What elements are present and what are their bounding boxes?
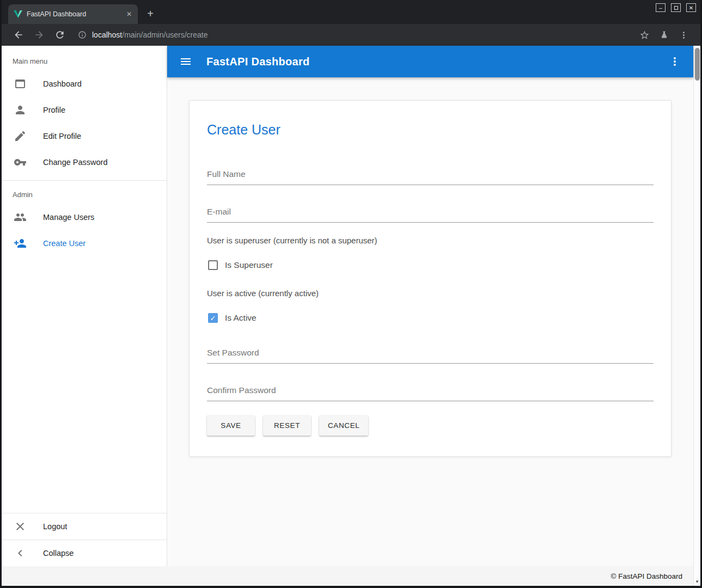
tab-title: FastAPI Dashboard bbox=[27, 10, 120, 18]
logout-x-icon bbox=[14, 520, 27, 533]
sidebar-item-label: Manage Users bbox=[43, 213, 94, 222]
email-placeholder: E-mail bbox=[207, 207, 231, 216]
full-name-placeholder: Full Name bbox=[207, 169, 246, 179]
appbar-title: FastAPI Dashboard bbox=[206, 56, 310, 68]
active-checkbox-label: Is Active bbox=[225, 313, 257, 323]
person-icon bbox=[14, 103, 27, 117]
overflow-menu-icon[interactable] bbox=[668, 55, 681, 68]
page-title: Create User bbox=[207, 120, 654, 139]
sidebar-bottom: Logout Collapse bbox=[2, 513, 167, 566]
create-user-card: Create User Full Name E-mail User is sup… bbox=[189, 100, 672, 457]
active-hint: User is active (currently active) bbox=[207, 289, 654, 298]
sidebar-item-label: Change Password bbox=[43, 158, 108, 167]
sidebar-item-label: Profile bbox=[43, 106, 65, 114]
main-area: FastAPI Dashboard Create User Full Name … bbox=[167, 46, 693, 586]
address-bar[interactable]: localhost/main/admin/users/create bbox=[92, 30, 207, 39]
footer: © FastAPI Dashboard bbox=[2, 566, 693, 586]
sidebar-item-edit-profile[interactable]: Edit Profile bbox=[2, 123, 167, 149]
active-checkbox[interactable]: ✓ bbox=[208, 313, 218, 323]
superuser-checkbox-row[interactable]: Is Superuser bbox=[207, 260, 654, 270]
person-add-icon bbox=[14, 237, 27, 250]
people-icon bbox=[14, 211, 27, 224]
browser-menu-icon[interactable] bbox=[679, 30, 689, 40]
active-checkbox-row[interactable]: ✓ Is Active bbox=[207, 313, 654, 323]
bookmark-star-icon[interactable] bbox=[639, 30, 650, 40]
form-actions: SAVE RESET CANCEL bbox=[207, 415, 654, 436]
superuser-checkbox-label: Is Superuser bbox=[225, 260, 273, 270]
content-area: Create User Full Name E-mail User is sup… bbox=[167, 77, 693, 586]
window-controls: – ✕ bbox=[656, 3, 696, 12]
maximize-icon bbox=[674, 6, 678, 10]
sidebar-item-profile[interactable]: Profile bbox=[2, 97, 167, 123]
save-button[interactable]: SAVE bbox=[207, 415, 255, 436]
superuser-hint: User is superuser (currently is not a su… bbox=[207, 236, 654, 245]
maximize-button[interactable] bbox=[671, 3, 681, 12]
sidebar-item-collapse[interactable]: Collapse bbox=[2, 540, 167, 566]
full-name-input[interactable]: Full Name bbox=[207, 169, 654, 185]
sidebar-item-label: Dashboard bbox=[43, 79, 82, 88]
sidebar-item-dashboard[interactable]: Dashboard bbox=[2, 71, 167, 97]
sidebar-item-label: Logout bbox=[43, 522, 67, 531]
chevron-left-icon bbox=[14, 547, 27, 560]
superuser-checkbox[interactable] bbox=[208, 260, 218, 270]
browser-tab-bar: FastAPI Dashboard ✕ + – ✕ bbox=[2, 0, 700, 24]
sidebar-item-label: Collapse bbox=[43, 549, 74, 558]
sidebar-item-logout[interactable]: Logout bbox=[2, 513, 167, 540]
sidebar-item-label: Edit Profile bbox=[43, 132, 81, 140]
confirm-password-input[interactable]: Confirm Password bbox=[207, 385, 654, 401]
sidebar-item-manage-users[interactable]: Manage Users bbox=[2, 204, 167, 230]
cancel-button[interactable]: CANCEL bbox=[319, 415, 368, 436]
key-icon bbox=[14, 156, 27, 169]
sidebar-item-create-user[interactable]: Create User bbox=[2, 230, 167, 256]
new-tab-button[interactable]: + bbox=[142, 6, 158, 22]
sidebar-section-admin: Admin bbox=[2, 181, 167, 204]
hamburger-menu-icon[interactable] bbox=[179, 55, 192, 68]
browser-toolbar: localhost/main/admin/users/create bbox=[2, 24, 700, 46]
confirm-password-placeholder: Confirm Password bbox=[207, 385, 276, 395]
tab-close-icon[interactable]: ✕ bbox=[125, 10, 133, 19]
reset-button[interactable]: RESET bbox=[263, 415, 311, 436]
experiments-flask-icon[interactable] bbox=[660, 30, 669, 40]
pencil-icon bbox=[14, 130, 27, 143]
page: Main menu Dashboard Profile Edit Profile bbox=[2, 46, 700, 586]
back-icon[interactable] bbox=[13, 29, 24, 40]
set-password-input[interactable]: Set Password bbox=[207, 348, 654, 364]
site-info-icon[interactable] bbox=[78, 30, 87, 39]
vertical-scrollbar[interactable]: ▾ bbox=[693, 46, 700, 586]
scrollbar-down-arrow-icon[interactable]: ▾ bbox=[694, 579, 700, 584]
dashboard-icon bbox=[14, 77, 27, 90]
scrollbar-thumb[interactable] bbox=[695, 48, 700, 81]
sidebar: Main menu Dashboard Profile Edit Profile bbox=[2, 46, 167, 586]
footer-copyright: © FastAPI Dashboard bbox=[611, 572, 682, 580]
browser-tab[interactable]: FastAPI Dashboard ✕ bbox=[8, 4, 138, 24]
email-input[interactable]: E-mail bbox=[207, 207, 654, 223]
forward-icon[interactable] bbox=[34, 29, 45, 40]
reload-icon[interactable] bbox=[54, 29, 65, 40]
url-path: /main/admin/users/create bbox=[122, 30, 207, 39]
close-button[interactable]: ✕ bbox=[686, 3, 696, 12]
set-password-placeholder: Set Password bbox=[207, 348, 259, 357]
url-host: localhost bbox=[92, 30, 122, 39]
app-bar: FastAPI Dashboard bbox=[167, 46, 693, 77]
sidebar-section-main-menu: Main menu bbox=[2, 46, 167, 71]
vuetify-favicon-icon bbox=[14, 10, 22, 19]
browser-window: FastAPI Dashboard ✕ + – ✕ localhost/main… bbox=[0, 0, 702, 588]
sidebar-item-change-password[interactable]: Change Password bbox=[2, 149, 167, 175]
sidebar-item-label: Create User bbox=[43, 239, 86, 248]
minimize-button[interactable]: – bbox=[656, 3, 666, 12]
